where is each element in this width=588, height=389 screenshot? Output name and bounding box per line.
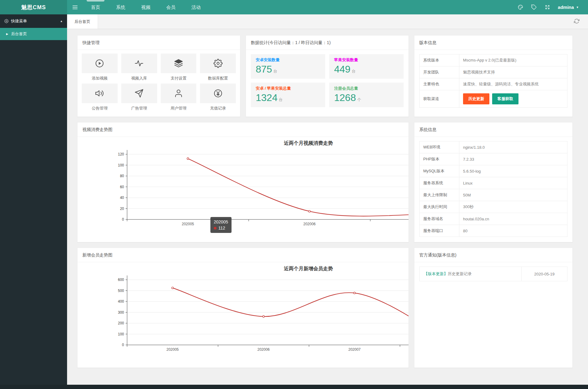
sidebar-item-dashboard[interactable]: ▶ 后台首页: [0, 28, 67, 40]
quick-tile-支付设置[interactable]: 支付设置: [161, 54, 197, 81]
table-row: 服务器系统Linux: [420, 177, 567, 189]
svg-text:400: 400: [118, 299, 124, 304]
notice-title: 历史更新记录: [448, 271, 472, 276]
video-consumption-chart-card: 视频消费走势图 020406080100120202005202006近两个月视…: [77, 122, 409, 242]
stat-unit: 台: [352, 69, 356, 73]
tile-icon-box: [82, 54, 118, 73]
svg-text:202007: 202007: [348, 347, 360, 352]
svg-text:202005: 202005: [166, 347, 179, 352]
row-label: PHP版本: [420, 153, 459, 165]
stat-value: 875台: [256, 64, 320, 75]
chart-canvas: 0100200300400500600202005202006202007近两个…: [77, 262, 409, 368]
table-row: 系统版本Mscms-App v 2.0(已是最新版): [420, 54, 567, 66]
svg-text:202006: 202006: [303, 222, 315, 226]
tile-label: 数据库配置: [200, 76, 236, 81]
quick-tile-充值记录[interactable]: 充值记录: [200, 84, 236, 111]
sidebar-section-quick-menu[interactable]: 快捷菜单 ▲: [0, 14, 67, 28]
notice-tag: 【版本更新】: [424, 271, 448, 276]
topbar: 魅思CMS 首页系统视频会员活动: [0, 0, 588, 14]
tag-button[interactable]: [527, 0, 541, 14]
user-icon: [174, 89, 183, 98]
button-客服获取[interactable]: 客服获取: [492, 93, 518, 104]
chart-tooltip: 202005112: [210, 217, 232, 233]
statistics-card: 数据统计(今日访问量：1 / 昨日访问量：1) 安卓安装数量875台苹果安装数量…: [246, 35, 409, 117]
row-value: 速度快、轻量级、源码简洁、专业视频系统: [459, 78, 567, 90]
layers-icon: [174, 59, 183, 68]
quick-tile-用户管理[interactable]: 用户管理: [161, 84, 197, 111]
row-value: 历史更新客服获取: [459, 90, 567, 108]
speaker-icon: [95, 89, 104, 98]
quick-tile-视频入库[interactable]: 视频入库: [121, 54, 157, 81]
svg-text:200: 200: [118, 321, 124, 325]
table-row: 最大上传限制50M: [420, 189, 567, 201]
sidebar: 快捷菜单 ▲ ▶ 后台首页: [0, 14, 67, 385]
theme-palette-button[interactable]: [514, 0, 527, 14]
tile-label: 添加视频: [82, 76, 118, 81]
stat-value: 1268个: [334, 92, 399, 103]
app-logo[interactable]: 魅思CMS: [0, 0, 67, 14]
row-value: 魅思视频技术支持: [459, 66, 567, 78]
row-label: 获取渠道: [420, 90, 459, 108]
row-label: 最大上传限制: [420, 189, 459, 201]
user-menu[interactable]: admina ▼: [554, 0, 582, 14]
nav-item-3[interactable]: 视频: [133, 0, 158, 14]
row-value: Mscms-App v 2.0(已是最新版): [459, 54, 567, 66]
stat-label: 安卓安装数量: [256, 57, 320, 63]
table-row: 最大执行时间300秒: [420, 201, 567, 213]
paper-plane-icon: [134, 89, 144, 98]
quick-tile-数据库配置[interactable]: 数据库配置: [200, 54, 236, 81]
quick-tile-广告管理[interactable]: 广告管理: [121, 84, 157, 111]
series-dot-icon: [214, 227, 217, 230]
nav-item-4[interactable]: 会员: [158, 0, 183, 14]
nav-item-5[interactable]: 活动: [183, 0, 209, 14]
notice-row[interactable]: 【版本更新】历史更新记录2020-05-19: [419, 267, 567, 281]
sidebar-toggle-button[interactable]: [67, 0, 83, 14]
quick-tile-添加视频[interactable]: 添加视频: [82, 54, 118, 81]
tabbar: 后台首页: [67, 14, 588, 29]
row-label: 服务器域名: [420, 213, 459, 225]
table-row: PHP版本7.2.33: [420, 153, 567, 165]
new-members-chart[interactable]: 0100200300400500600202005202006202007近两个…: [77, 262, 409, 368]
svg-text:近两个月视频消费走势: 近两个月视频消费走势: [284, 140, 333, 146]
tile-icon-box: [161, 54, 197, 73]
card-title: 版本信息: [414, 36, 572, 50]
tile-icon-box: [82, 84, 118, 103]
navbar-right: admina ▼: [514, 0, 588, 14]
dashboard-content: 快捷管理 添加视频视频入库支付设置数据库配置公告管理广告管理用户管理充值记录 数…: [67, 29, 588, 374]
table-row: 服务器域名houtai.020a.cn: [420, 213, 567, 225]
tab-dashboard[interactable]: 后台首页: [67, 14, 98, 29]
svg-text:120: 120: [118, 152, 124, 156]
svg-text:20: 20: [120, 207, 124, 211]
fullscreen-button[interactable]: [541, 0, 554, 14]
svg-text:500: 500: [118, 289, 124, 293]
tile-icon-box: [161, 84, 197, 103]
chevron-down-icon: ▼: [576, 6, 579, 9]
quick-tile-公告管理[interactable]: 公告管理: [82, 84, 118, 111]
stat-boxes: 安卓安装数量875台苹果安装数量449台安卓 / 苹果安装总量1324台注册会员…: [246, 50, 409, 111]
stat-box: 安卓安装数量875台: [251, 54, 325, 79]
row-label: 服务器端口: [420, 225, 459, 237]
hamburger-icon: [72, 4, 78, 10]
nav-item-2[interactable]: 系统: [108, 0, 133, 14]
refresh-button[interactable]: [574, 18, 579, 25]
row-value: houtai.020a.cn: [459, 213, 567, 225]
nav-item-1[interactable]: 首页: [83, 0, 108, 14]
stat-label: 注册会员总量: [334, 86, 399, 91]
stat-label: 安卓 / 苹果安装总量: [256, 86, 320, 91]
row-value: nginx/1.18.0: [459, 141, 567, 153]
svg-text:202006: 202006: [257, 347, 270, 352]
tile-label: 支付设置: [161, 76, 197, 81]
button-历史更新[interactable]: 历史更新: [463, 93, 489, 104]
row-label: 服务器系统: [420, 177, 459, 189]
table-row: MySQL版本5.6.50-log: [420, 165, 567, 177]
row-label: 开发团队: [420, 66, 459, 78]
notice-list: 【版本更新】历史更新记录2020-05-19: [414, 262, 572, 286]
video-consumption-chart[interactable]: 020406080100120202005202006近两个月视频消费走势202…: [77, 137, 409, 242]
notice-text: 【版本更新】历史更新记录: [420, 267, 521, 281]
main-navbar: 首页系统视频会员活动: [67, 0, 588, 14]
tile-icon-box: [200, 54, 236, 73]
version-table: 系统版本Mscms-App v 2.0(已是最新版)开发团队魅思视频技术支持主要…: [419, 54, 567, 108]
tile-label: 用户管理: [161, 106, 197, 111]
stat-box: 注册会员总量1268个: [329, 83, 404, 107]
tooltip-value: 112: [214, 225, 228, 231]
